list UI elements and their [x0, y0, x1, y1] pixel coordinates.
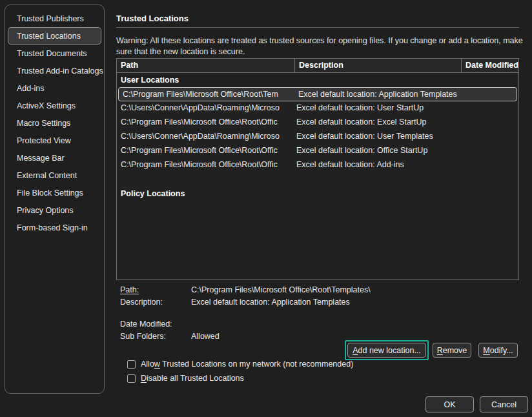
sidebar-item-trusted-publishers[interactable]: Trusted Publishers [8, 10, 101, 27]
detail-path: Path: C:\Program Files\Microsoft Office\… [120, 284, 371, 296]
row-path: C:\Users\Conner\AppData\Roaming\Microso [117, 130, 294, 144]
allow-label-mnemonic: w [154, 360, 160, 369]
sidebar-item-protected-view[interactable]: Protected View [8, 132, 101, 149]
disable-label-post: isable all Trusted Locations [147, 374, 244, 383]
disable-all-checkbox-label: Disable all Trusted Locations [141, 374, 244, 383]
disable-label-mnemonic: D [141, 374, 147, 383]
allow-network-checkbox[interactable] [127, 360, 136, 369]
sidebar-item-external-content[interactable]: External Content [8, 167, 101, 184]
sidebar-item-trusted-locations[interactable]: Trusted Locations [8, 27, 101, 45]
detail-date-modified-label: Date Modified: [120, 318, 191, 330]
detail-path-value: C:\Program Files\Microsoft Office\Root\T… [191, 284, 371, 296]
table-row[interactable]: C:\Program Files\Microsoft Office\Root\O… [117, 158, 518, 172]
table-row[interactable]: C:\Users\Conner\AppData\Roaming\Microso … [117, 101, 518, 116]
table-row[interactable]: C:\Program Files\Microsoft Office\Root\O… [117, 116, 518, 130]
allow-network-checkbox-label: Allow Trusted Locations on my network (n… [141, 360, 353, 369]
add-label-mnemonic: A [353, 346, 358, 355]
add-label-post: dd new location... [358, 346, 421, 355]
detail-description-label: Description: [120, 296, 191, 308]
sidebar-item-trusted-addin-catalogs[interactable]: Trusted Add-in Catalogs [8, 62, 101, 79]
row-description: Excel default location: Excel StartUp [294, 116, 518, 130]
sidebar-item-add-ins[interactable]: Add-ins [8, 79, 101, 97]
remove-button[interactable]: Remove [433, 343, 471, 358]
row-description: Excel default location: User StartUp [294, 101, 518, 116]
page-title: Trusted Locations [116, 14, 189, 23]
row-path: C:\Program Files\Microsoft Office\Root\O… [117, 144, 294, 158]
remove-label-post: emove [443, 346, 467, 355]
disable-all-checkbox[interactable] [127, 374, 136, 383]
detail-sub-folders: Sub Folders: Allowed [120, 331, 220, 342]
sidebar: Trusted Publishers Trusted Locations Tru… [5, 5, 105, 394]
modify-label-post: odify... [490, 346, 513, 355]
sidebar-item-file-block-settings[interactable]: File Block Settings [8, 184, 101, 201]
add-new-location-highlight: Add new location... [345, 340, 429, 360]
warning-text: Warning: All these locations are treated… [116, 36, 523, 57]
modify-button[interactable]: Modify... [478, 343, 518, 358]
table-row[interactable]: C:\Program Files\Microsoft Office\Root\O… [117, 144, 518, 158]
trust-center-dialog: { "sidebar": { "items": [ { "label": "Tr… [0, 0, 532, 417]
allow-label-pre: Allo [141, 360, 154, 369]
sidebar-item-privacy-options[interactable]: Privacy Options [8, 201, 101, 219]
sidebar-item-message-bar[interactable]: Message Bar [8, 149, 101, 167]
row-description: Excel default location: Add-ins [294, 158, 518, 172]
row-path: C:\Program Files\Microsoft Office\Root\T… [119, 88, 296, 101]
modify-label-mnemonic: M [483, 346, 489, 355]
warning-line-2: sure that the new location is secure. [116, 46, 523, 57]
add-new-location-button[interactable]: Add new location... [347, 343, 426, 358]
sidebar-item-macro-settings[interactable]: Macro Settings [8, 114, 101, 132]
column-header-description[interactable]: Description [295, 59, 462, 72]
row-description: Excel default location: Application Temp… [296, 88, 517, 101]
table-row-selected[interactable]: C:\Program Files\Microsoft Office\Root\T… [118, 87, 517, 101]
title-divider [116, 27, 519, 28]
group-header-user-locations: User Locations [117, 73, 518, 87]
allow-label-post: Trusted Locations on my network (not rec… [160, 360, 353, 369]
detail-description-value: Excel default location: Application Temp… [191, 296, 350, 308]
allow-network-checkbox-row[interactable]: Allow Trusted Locations on my network (n… [127, 360, 353, 369]
row-path: C:\Users\Conner\AppData\Roaming\Microso [117, 101, 294, 116]
sidebar-item-form-based-sign-in[interactable]: Form-based Sign-in [8, 219, 101, 236]
disable-all-checkbox-row[interactable]: Disable all Trusted Locations [127, 374, 244, 383]
detail-description: Description: Excel default location: App… [120, 296, 350, 308]
warning-line-1: Warning: All these locations are treated… [116, 36, 523, 46]
table-row[interactable]: C:\Users\Conner\AppData\Roaming\Microso … [117, 130, 518, 144]
column-header-date-modified[interactable]: Date Modified [462, 59, 518, 72]
table-header: Path Description Date Modified [117, 59, 518, 73]
cancel-button[interactable]: Cancel [480, 396, 528, 412]
sidebar-item-trusted-documents[interactable]: Trusted Documents [8, 45, 101, 62]
detail-sub-folders-label: Sub Folders: [120, 331, 191, 342]
sidebar-item-activex-settings[interactable]: ActiveX Settings [8, 97, 101, 114]
detail-date-modified: Date Modified: [120, 318, 191, 330]
row-path: C:\Program Files\Microsoft Office\Root\O… [117, 158, 294, 172]
ok-button[interactable]: OK [425, 396, 474, 412]
row-description: Excel default location: Office StartUp [294, 144, 518, 158]
trusted-locations-table: Path Description Date Modified User Loca… [116, 58, 519, 280]
column-header-path[interactable]: Path [117, 59, 295, 72]
detail-path-label: Path: [120, 284, 191, 296]
group-header-policy-locations: Policy Locations [117, 187, 518, 201]
remove-label-mnemonic: R [437, 346, 443, 355]
row-path: C:\Program Files\Microsoft Office\Root\O… [117, 116, 294, 130]
detail-sub-folders-value: Allowed [191, 331, 220, 342]
row-description: Excel default location: User Templates [294, 130, 518, 144]
